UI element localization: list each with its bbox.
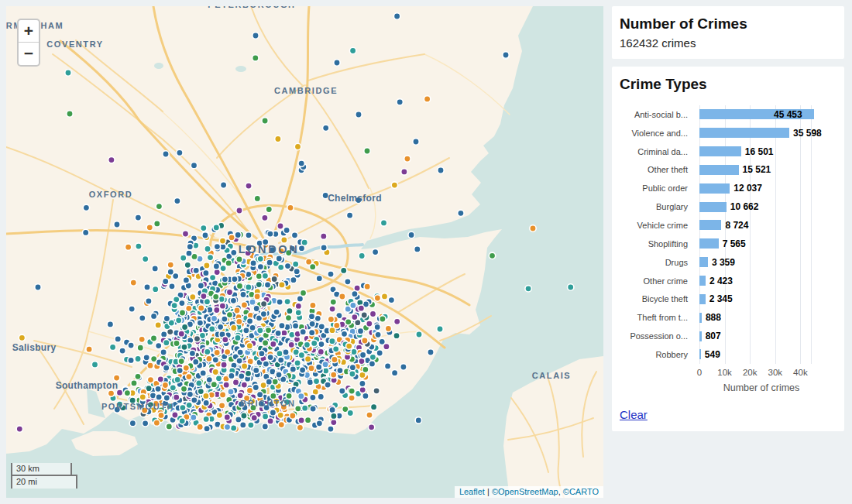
chart-bar-row: Robbery549	[620, 345, 837, 364]
chart-bar[interactable]	[699, 202, 727, 212]
x-axis-tick-label: 30k	[768, 368, 783, 377]
carto-link[interactable]: ©CARTO	[563, 487, 599, 496]
chart-category-label: Criminal da...	[620, 147, 696, 156]
chart-bar[interactable]	[699, 128, 789, 138]
chart-value-label: 7 565	[723, 238, 746, 249]
chart-value-label: 35 598	[793, 128, 822, 139]
zoom-control: + −	[17, 19, 40, 67]
chart-category-label: Robbery	[620, 350, 696, 359]
chart-value-label: 8 724	[725, 220, 748, 231]
chart-bar-row: Bicycle theft2 345	[620, 290, 837, 308]
chart-value-label: 45 453	[774, 109, 802, 120]
scale-control: 30 km 20 mi	[11, 463, 77, 489]
chart-value-label: 3 359	[712, 257, 735, 268]
clear-button[interactable]: Clear	[620, 408, 648, 421]
chart-value-label: 15 521	[743, 164, 771, 175]
chart-value-label: 2 423	[709, 276, 733, 286]
chart-category-label: Violence and...	[620, 129, 696, 138]
chart-x-axis: Number of crimes 010k20k30k40k	[620, 366, 837, 400]
chart-bar-row: Possession o...807	[620, 327, 837, 345]
chart-category-label: Vehicle crime	[620, 221, 696, 230]
chart-value-label: 807	[706, 331, 721, 341]
chart-category-label: Theft from t...	[620, 313, 696, 322]
x-axis-tick-label: 10k	[717, 368, 732, 377]
chart-bar-row: Theft from t...888	[620, 308, 837, 327]
crime-markers-layer[interactable]	[6, 6, 603, 498]
chart-category-label: Shoplifting	[620, 239, 696, 249]
chart-value-label: 549	[705, 349, 720, 360]
chart-bar-row: Other theft15 521	[620, 161, 837, 180]
chart-value-label: 10 662	[730, 201, 759, 212]
chart-bar-row: Violence and...35 598	[620, 124, 837, 142]
chart-bar-row: Anti-social b...45 453	[620, 105, 837, 124]
chart-bar[interactable]	[699, 257, 708, 267]
zoom-out-button[interactable]: −	[19, 43, 39, 65]
chart-value-label: 2 345	[709, 293, 733, 304]
chart-value-label: 12 037	[733, 183, 762, 194]
x-axis-title: Number of crimes	[723, 382, 800, 393]
x-axis-tick-label: 20k	[743, 368, 758, 377]
chart-bar[interactable]	[699, 220, 721, 230]
number-of-crimes-panel: Number of Crimes 162432 crimes	[612, 6, 844, 59]
chart-value-label: 16 501	[745, 146, 774, 157]
chart-category-label: Anti-social b...	[620, 110, 696, 119]
chart-bar[interactable]	[699, 146, 741, 156]
crime-types-panel: Crime Types Anti-social b...45 453Violen…	[612, 67, 844, 431]
chart-category-label: Other theft	[620, 165, 696, 174]
chart-bar[interactable]	[699, 276, 706, 286]
chart-bar-row: Burglary10 662	[620, 197, 837, 216]
openstreetmap-link[interactable]: ©OpenStreetMap	[492, 487, 558, 496]
crimes-count: 162432 crimes	[620, 36, 837, 50]
chart-category-label: Possession o...	[620, 331, 696, 341]
chart-bar-row: Drugs3 359	[620, 253, 837, 272]
chart-category-label: Drugs	[620, 258, 696, 267]
chart-bar-row: Shoplifting7 565	[620, 235, 837, 253]
zoom-in-button[interactable]: +	[19, 20, 39, 43]
sidebar: Number of Crimes 162432 crimes Crime Typ…	[612, 6, 844, 431]
leaflet-link[interactable]: Leaflet	[459, 487, 485, 496]
chart-bar[interactable]	[699, 294, 706, 304]
x-axis-tick-label: 0	[697, 368, 702, 377]
chart-bar[interactable]	[699, 349, 701, 359]
chart-bar[interactable]	[699, 183, 730, 194]
chart-bar[interactable]	[699, 238, 719, 249]
crime-types-title: Crime Types	[620, 76, 837, 93]
attribution-separator: |	[485, 487, 492, 496]
chart-bar-row: Public order12 037	[620, 179, 837, 197]
chart-bar[interactable]	[699, 331, 702, 341]
chart-category-label: Bicycle theft	[620, 294, 696, 303]
scale-mi: 20 mi	[11, 475, 77, 489]
chart-bar-row: Other crime2 423	[620, 272, 837, 290]
chart-category-label: Public order	[620, 183, 696, 193]
chart-bar[interactable]	[699, 165, 739, 175]
chart-value-label: 888	[706, 312, 721, 323]
chart-bar[interactable]	[699, 313, 702, 323]
crime-types-chart[interactable]: Anti-social b...45 453Violence and...35 …	[620, 105, 837, 364]
map-attribution: Leaflet | ©OpenStreetMap, ©CARTO	[455, 486, 603, 498]
chart-category-label: Other crime	[620, 276, 696, 286]
map[interactable]: PETERBOROUGHBIRMINGHAMCOVENTRYCAMBRIDGEO…	[6, 6, 603, 498]
chart-bar-row: Vehicle crime8 724	[620, 216, 837, 235]
chart-category-label: Burglary	[620, 202, 696, 211]
chart-bar-row: Criminal da...16 501	[620, 142, 837, 161]
crimes-panel-title: Number of Crimes	[620, 15, 837, 33]
x-axis-tick-label: 40k	[793, 368, 808, 377]
